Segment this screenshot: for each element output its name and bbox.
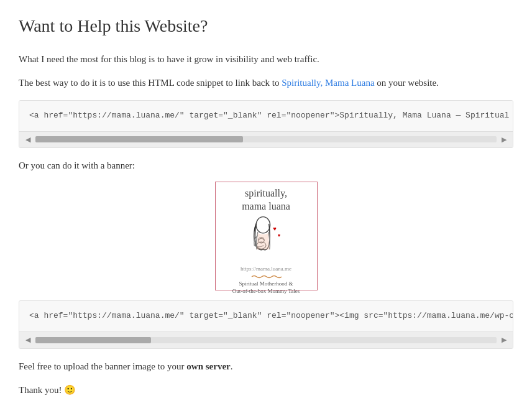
html-snippet-intro: The best way to do it is to use this HTM… [19,75,513,90]
footer-text-part1: Feel free to upload the banner image to … [19,361,186,371]
intro-text-3: on your website. [375,78,439,88]
banner-url: https://mama.luana.me [232,264,300,273]
scrollbar-track-1[interactable] [35,136,497,142]
banner-image-container: spiritually, mama luana ♥ [19,182,513,290]
decorative-line [250,274,282,279]
banner-bottom-text: https://mama.luana.me Spiritual Motherho… [232,264,300,295]
mama-baby-illustration: ♥ ♥ [235,213,297,260]
footer-text-part2: . [231,361,233,371]
banner-tagline-line2: Out-of-the-box Mommy Tales [232,288,300,294]
banner-label: Or you can do it with a banner: [19,158,513,173]
scrollbar-thumb-2 [35,337,151,343]
banner-title-line1: spiritually, [245,188,287,198]
banner-tagline: Spiritual Motherhood & Out-of-the-box Mo… [232,280,300,295]
banner-title-line2: mama luana [242,201,290,211]
code-block-2-wrapper: <a href="https://mama.luana.me/" target=… [19,300,513,348]
scrollbar-right-arrow-1[interactable]: ▶ [499,134,509,146]
intro-paragraph: What I need the most for this blog is to… [19,52,513,67]
banner-title: spiritually, mama luana [242,187,290,213]
scrollbar-2[interactable]: ◀ ▶ [19,331,513,348]
banner-box: spiritually, mama luana ♥ [215,182,318,290]
code-block-2[interactable]: <a href="https://mama.luana.me/" target=… [19,301,513,331]
intro-text-2: code snippet to link back to [174,78,282,88]
code-block-1-wrapper: <a href="https://mama.luana.me/" target=… [19,100,513,148]
intro-html-word: HTML [148,78,174,88]
scrollbar-left-arrow-2[interactable]: ◀ [23,335,33,346]
page-title: Want to Help this Website? [19,12,513,40]
scrollbar-right-arrow-2[interactable]: ▶ [499,335,509,346]
thank-you-text: Thank you! 🙂 [19,382,513,397]
scrollbar-left-arrow-1[interactable]: ◀ [23,134,33,146]
footer-text: Feel free to upload the banner image to … [19,359,513,374]
spiritually-mama-luana-link[interactable]: Spiritually, Mama Luana [282,78,374,88]
svg-text:♥: ♥ [278,232,281,238]
banner-illustration: ♥ ♥ [235,213,297,264]
svg-text:♥: ♥ [273,226,277,232]
svg-point-0 [256,216,270,233]
scrollbar-thumb-1 [35,136,243,142]
footer-text-bold: own server [186,361,230,371]
banner-tagline-line1: Spiritual Motherhood & [239,280,293,287]
scrollbar-1[interactable]: ◀ ▶ [19,131,513,148]
intro-text-1: The best way to do it is to use this [19,78,148,88]
code-block-1[interactable]: <a href="https://mama.luana.me/" target=… [19,101,513,131]
scrollbar-track-2[interactable] [35,337,497,343]
